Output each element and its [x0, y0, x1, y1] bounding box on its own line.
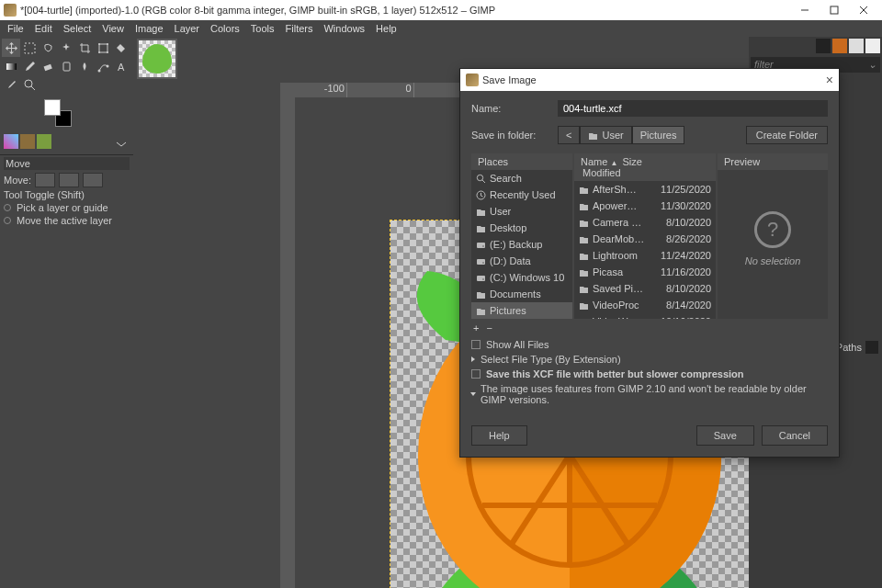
color-picker-tool-icon[interactable] [2, 75, 20, 94]
undo-history-tab-icon[interactable] [37, 134, 51, 149]
pencil-tool-icon[interactable] [20, 57, 39, 75]
place-user[interactable]: User [471, 203, 572, 220]
menubar: File Edit Select View Image Layer Colors… [0, 20, 882, 37]
minimize-button[interactable] [790, 0, 820, 20]
menu-file[interactable]: File [2, 20, 29, 37]
text-tool-icon[interactable]: A [112, 57, 130, 75]
svg-point-32 [482, 245, 484, 247]
move-mode-layer-icon[interactable] [35, 173, 55, 187]
svg-text:A: A [118, 62, 125, 73]
file-row[interactable]: DearMobi...8/26/2020 [574, 231, 716, 247]
show-all-label: Show All Files [486, 339, 548, 350]
svg-point-9 [107, 51, 108, 53]
place-search[interactable]: Search [471, 170, 572, 187]
remove-bookmark-button[interactable]: − [486, 322, 492, 334]
place-documents[interactable]: Documents [471, 286, 572, 302]
sort-asc-icon: ▲ [610, 159, 617, 167]
transform-tool-icon[interactable] [94, 39, 112, 57]
file-row[interactable]: Picasa11/16/2020 [574, 264, 716, 280]
svg-line-29 [482, 180, 485, 183]
place--c-windows-10[interactable]: (C:) Windows 10 [471, 269, 572, 286]
configure-tab-icon[interactable] [111, 134, 130, 153]
help-button[interactable]: Help [471, 425, 527, 446]
fonts-tab-icon[interactable] [849, 39, 864, 53]
menu-help[interactable]: Help [370, 20, 402, 37]
close-button[interactable] [849, 0, 878, 20]
col-size[interactable]: Size [620, 156, 643, 167]
move-mode-path-icon[interactable] [83, 173, 103, 187]
maximize-button[interactable] [820, 0, 849, 20]
radio-move-active[interactable] [4, 217, 11, 224]
place-recently-used[interactable]: Recently Used [471, 187, 572, 203]
places-column: Places SearchRecently UsedUserDesktop(E:… [471, 153, 572, 319]
file-row[interactable]: Apowersoft11/30/2020 [574, 198, 716, 214]
file-row[interactable]: VideoProc8/14/2020 [574, 297, 716, 313]
compat-expander[interactable] [470, 392, 476, 396]
place--d-data[interactable]: (D:) Data [471, 253, 572, 269]
bucket-tool-icon[interactable] [112, 39, 130, 57]
filename-input[interactable] [558, 100, 828, 117]
crop-tool-icon[interactable] [75, 39, 94, 57]
paths-label[interactable]: Paths [836, 342, 862, 353]
menu-image[interactable]: Image [130, 20, 169, 37]
tool-toggle-label: Tool Toggle (Shift) [4, 188, 130, 201]
paths-dock-icon[interactable] [865, 341, 878, 354]
select-filetype-expander[interactable] [471, 356, 475, 362]
name-label: Name: [471, 103, 548, 114]
dialog-titlebar: Save Image × [460, 69, 839, 91]
dialog-close-button[interactable]: × [826, 73, 833, 87]
place-pictures[interactable]: Pictures [471, 302, 572, 319]
image-tab-thumbnail[interactable] [137, 39, 177, 79]
menu-view[interactable]: View [96, 20, 130, 37]
save-button[interactable]: Save [696, 425, 754, 446]
smudge-tool-icon[interactable] [75, 57, 94, 75]
device-status-tab-icon[interactable] [20, 134, 35, 149]
move-tool-icon[interactable] [2, 39, 20, 57]
svg-point-6 [98, 43, 100, 45]
create-folder-button[interactable]: Create Folder [746, 126, 828, 144]
file-row[interactable]: AfterShot ...11/25/2020 [574, 181, 716, 198]
rect-select-tool-icon[interactable] [20, 39, 39, 57]
menu-select[interactable]: Select [58, 20, 97, 37]
svg-rect-5 [99, 44, 107, 52]
move-mode-selection-icon[interactable] [59, 173, 79, 187]
menu-filters[interactable]: Filters [280, 20, 319, 37]
path-tool-icon[interactable] [94, 57, 112, 75]
menu-layer[interactable]: Layer [169, 20, 206, 37]
menu-colors[interactable]: Colors [205, 20, 245, 37]
free-select-tool-icon[interactable] [39, 39, 57, 57]
fg-color-swatch[interactable] [44, 99, 61, 116]
col-name[interactable]: Name ▲ Size Modified [579, 156, 658, 178]
file-row[interactable]: Saved Pic...8/10/2020 [574, 280, 716, 297]
patterns-tab-icon[interactable] [832, 39, 847, 53]
fg-bg-color[interactable] [44, 99, 81, 132]
cancel-button[interactable]: Cancel [762, 425, 828, 446]
preview-column: Preview ? No selection [718, 153, 828, 319]
folder-breadcrumb: < User Pictures [558, 126, 684, 144]
crumb-back-button[interactable]: < [558, 126, 580, 144]
menu-windows[interactable]: Windows [318, 20, 370, 37]
better-compress-checkbox[interactable] [471, 369, 481, 379]
eraser-tool-icon[interactable] [39, 57, 57, 75]
menu-tools[interactable]: Tools [245, 20, 280, 37]
add-bookmark-button[interactable]: + [473, 322, 479, 334]
col-modified[interactable]: Modified [581, 167, 623, 178]
history-tab-icon[interactable] [865, 39, 880, 53]
fuzzy-select-tool-icon[interactable] [57, 39, 75, 57]
crumb-pictures[interactable]: Pictures [632, 126, 685, 144]
radio-pick-layer[interactable] [4, 204, 11, 211]
tool-options-tab-icon[interactable] [4, 134, 18, 149]
gradient-tool-icon[interactable] [2, 57, 20, 75]
place--e-backup[interactable]: (E:) Backup [471, 236, 572, 253]
move-label: Move: [4, 175, 31, 186]
place-desktop[interactable]: Desktop [471, 220, 572, 236]
file-row[interactable]: VideoWeb...10/16/2020 [574, 313, 716, 319]
zoom-tool-icon[interactable] [20, 75, 39, 94]
clone-tool-icon[interactable] [57, 57, 75, 75]
file-row[interactable]: Camera R...8/10/2020 [574, 214, 716, 231]
brushes-tab-icon[interactable] [816, 39, 831, 53]
crumb-user[interactable]: User [580, 126, 631, 144]
menu-edit[interactable]: Edit [29, 20, 58, 37]
show-all-checkbox[interactable] [471, 340, 481, 349]
file-row[interactable]: Lightroom11/24/2020 [574, 247, 716, 264]
